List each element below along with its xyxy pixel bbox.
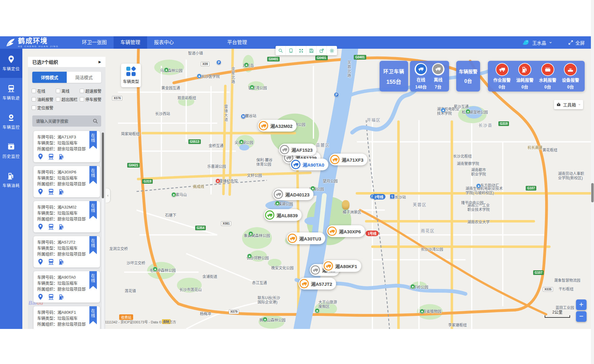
filter-checkbox[interactable]: 超速报警 bbox=[80, 88, 106, 94]
chevron-down-icon[interactable] bbox=[549, 41, 552, 44]
map-poi-icon bbox=[171, 192, 176, 197]
share-export-icon[interactable] bbox=[317, 46, 327, 55]
track-bus-icon[interactable] bbox=[48, 188, 54, 195]
vehicle-marker[interactable]: 湘AL8839 bbox=[264, 209, 302, 221]
type-value: 垃圾压缩车 bbox=[57, 281, 78, 285]
vehicle-card[interactable]: 车牌号码：湘A30XP6 车辆类型：垃圾压缩车 所属组织：厨余垃圾项目部 在线 bbox=[34, 166, 100, 197]
device-monitor-icon[interactable] bbox=[286, 46, 296, 55]
sidebar-item-vehicle-location[interactable]: 车辆定位 bbox=[0, 49, 22, 78]
map-place-label: 智道小镇 bbox=[188, 51, 203, 56]
map-place-label: 乐喜湖公园 bbox=[207, 164, 226, 169]
map-place-label: 黄金园互通 bbox=[161, 86, 180, 90]
vehicle-marker[interactable]: 湘A30XP6 bbox=[326, 225, 365, 237]
vehicle-card[interactable]: 车牌号码：湘A80KF1 车辆类型：垃圾压缩车 所属组织：厨余垃圾项目部 在线 bbox=[34, 306, 100, 329]
checkbox-box bbox=[56, 89, 60, 93]
fuel-pump-icon[interactable] bbox=[58, 294, 65, 300]
map-place-label: 长沙站 bbox=[395, 195, 406, 200]
chevron-down-icon bbox=[578, 103, 581, 106]
water-alarm: 水耗报警 0台 bbox=[539, 63, 556, 90]
track-bus-icon[interactable] bbox=[48, 223, 54, 230]
vehicle-marker[interactable]: 湘A32M02 bbox=[258, 120, 297, 132]
plate-label: 车牌号码： bbox=[37, 170, 57, 174]
nav-tab[interactable]: 报表中心 bbox=[147, 36, 181, 49]
vehicle-alarm-label: 车辆报警 bbox=[459, 68, 477, 74]
filter-checkbox[interactable]: 超出围栏 bbox=[56, 96, 80, 102]
map-place-label: 乌山森林公园 bbox=[160, 69, 182, 73]
nav-tab[interactable]: 平台管理 bbox=[220, 36, 254, 49]
sidebar-item-vehicle-fuel[interactable]: 车辆油耗 bbox=[0, 165, 22, 195]
vehicle-marker[interactable]: 湘A57JT2 bbox=[299, 278, 336, 290]
sidebar-item-vehicle-track[interactable]: 车辆轨迹 bbox=[0, 78, 22, 107]
vehicle-marker[interactable]: 湘AF1523 bbox=[279, 144, 317, 155]
panel-scrollbar-thumb[interactable] bbox=[102, 133, 104, 198]
user-avatar-icon bbox=[522, 38, 530, 47]
filter-checkbox[interactable]: 离线 bbox=[56, 88, 80, 94]
filter-checkbox[interactable]: 定位报警 bbox=[32, 105, 56, 110]
checkbox-box bbox=[32, 106, 36, 110]
map-zoom-in-button[interactable]: + bbox=[576, 299, 587, 310]
track-bus-icon[interactable] bbox=[48, 153, 54, 160]
locate-pin-icon[interactable] bbox=[37, 294, 44, 300]
map-zoom-out-button[interactable]: − bbox=[576, 311, 587, 322]
map-poi-icon bbox=[420, 309, 425, 314]
search-icon[interactable] bbox=[92, 118, 98, 124]
vehicle-card[interactable]: 车牌号码：湘A90TA0 车辆类型：垃圾压缩车 所属组织：厨余垃圾项目部 在线 bbox=[34, 271, 100, 303]
filter-checkbox[interactable]: 油耗报警 bbox=[32, 96, 56, 102]
toolbox-button[interactable]: 工具箱 bbox=[554, 100, 583, 109]
mode-tab[interactable]: 详情模式 bbox=[32, 72, 67, 83]
vehicle-card[interactable]: 车牌号码：湘A57JT2 车辆类型：垃圾压缩车 所属组织：厨余垃圾项目部 在线 bbox=[34, 236, 100, 267]
search-input[interactable] bbox=[32, 115, 101, 127]
vehicle-marker[interactable]: 湘A30TU3 bbox=[287, 232, 325, 244]
page-scrollbar[interactable] bbox=[591, 0, 594, 364]
map-poi-icon bbox=[466, 109, 470, 114]
fuel-pump-icon[interactable] bbox=[58, 188, 65, 195]
map-poi-icon bbox=[197, 74, 202, 79]
map-place-label: 象鼻窝森林公园 bbox=[244, 234, 270, 238]
area-search-icon[interactable] bbox=[276, 46, 286, 55]
fuel-pump-icon[interactable] bbox=[58, 258, 65, 265]
brand-name: 鹤成环境 bbox=[18, 38, 59, 44]
track-bus-icon[interactable] bbox=[48, 329, 54, 329]
vehicle-card[interactable]: 车牌号码：湘A32M02 车辆类型：垃圾压缩车 所属组织：厨余垃圾项目部 在线 bbox=[34, 201, 100, 232]
save-icon[interactable] bbox=[306, 46, 317, 55]
vehicle-marker[interactable]: 湘AD40123 bbox=[273, 188, 313, 200]
org-label: 所属组织： bbox=[37, 182, 57, 186]
mode-tab[interactable]: 简洁模式 bbox=[67, 72, 101, 83]
panel-scrollbar[interactable] bbox=[102, 133, 104, 329]
panel-collapse-handle[interactable]: ‹ bbox=[106, 188, 110, 203]
filter-checkbox[interactable]: 停车报警 bbox=[80, 96, 106, 102]
vehicle-marker[interactable]: 湘A80KF1 bbox=[323, 260, 361, 272]
online-truck-icon bbox=[416, 64, 426, 74]
track-bus-icon[interactable] bbox=[48, 258, 54, 265]
locate-pin-icon[interactable] bbox=[37, 153, 44, 160]
fuel-pump-icon[interactable] bbox=[58, 223, 65, 230]
sidebar-item-label: 车辆油耗 bbox=[2, 182, 20, 188]
page-scrollbar-thumb[interactable] bbox=[591, 183, 594, 202]
track-bus-icon[interactable] bbox=[48, 294, 54, 300]
road-shield-badge: X035 bbox=[543, 287, 553, 292]
sidebar-item-vehicle-monitor[interactable]: 车辆监控 bbox=[0, 107, 22, 136]
checkbox-box bbox=[80, 89, 84, 93]
fuel-pump-icon[interactable] bbox=[58, 153, 65, 160]
locate-pin-icon[interactable] bbox=[37, 258, 44, 265]
settings-gear-icon[interactable] bbox=[327, 46, 337, 55]
filter-checkbox[interactable]: 在线 bbox=[32, 88, 56, 94]
user-zone: 王水晶 全屏 bbox=[522, 38, 585, 47]
fullscreen-expand-icon[interactable] bbox=[296, 46, 306, 55]
vehicle-marker[interactable]: 湘A71XF3 bbox=[329, 154, 367, 165]
vehicle-card[interactable]: 车牌号码：湘A71XF3 车辆类型：垃圾压缩车 所属组织：厨余垃圾项目部 在线 bbox=[34, 131, 100, 162]
vehicle-marker[interactable]: 湘A90TA0 bbox=[290, 159, 328, 170]
fullscreen-button[interactable]: 全屏 bbox=[568, 39, 585, 46]
sidebar-item-history-monitor[interactable]: 历史监控 bbox=[0, 136, 22, 165]
user-name[interactable]: 王水晶 bbox=[532, 39, 546, 46]
locate-pin-icon[interactable] bbox=[37, 188, 44, 195]
nav-tab[interactable]: 车辆管理 bbox=[114, 36, 147, 49]
locate-pin-icon[interactable] bbox=[37, 329, 44, 329]
org-label: 所属组织： bbox=[37, 146, 57, 151]
nav-tab[interactable]: 环卫一张图 bbox=[75, 36, 114, 49]
organization-selector[interactable]: 已选7个组织 ▶ bbox=[28, 57, 106, 67]
fuel-pump-icon[interactable] bbox=[58, 329, 65, 329]
vehicle-type-button[interactable]: 车辆类型 bbox=[121, 64, 141, 87]
map-place-label: 大王山旅游 度假区 bbox=[318, 300, 337, 309]
locate-pin-icon[interactable] bbox=[37, 223, 44, 230]
